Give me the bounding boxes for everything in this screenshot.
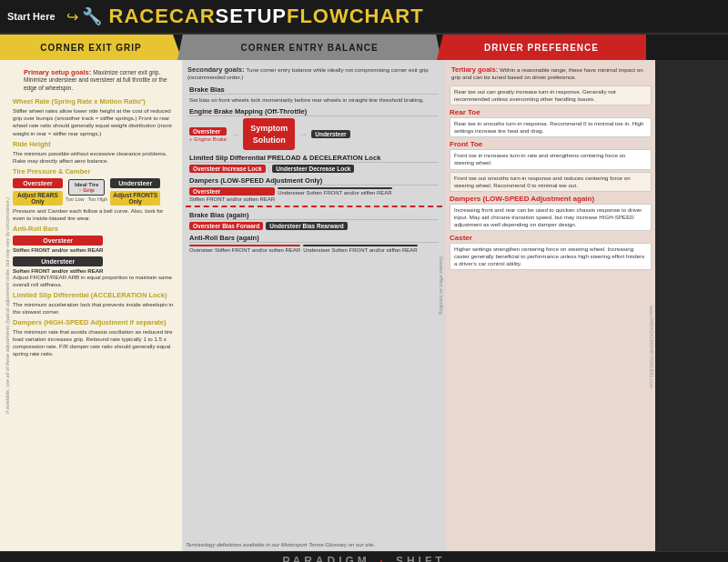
front-toe-note: Front toe out smooths turn-in response a…	[450, 172, 652, 192]
secondary-goals-title: Secondary goals:	[187, 65, 245, 74]
section-headers: CORNER EXIT GRIP CORNER ENTRY BALANCE DR…	[0, 35, 728, 60]
oversteer-brake-fwd: Oversteer Bias Forward	[189, 222, 263, 230]
ride-height-text: The minimum possible without excessive c…	[13, 150, 177, 165]
arb-text: Adjust FRONT/REAR ARB in equal proportio…	[13, 274, 177, 288]
brake-bias-title: Brake Bias	[189, 85, 439, 95]
arb-again-title: Anti-Roll Bars (again)	[189, 234, 439, 243]
footer-brand: PARADIGM · SHIFT DRIVER DEVELOPMENT	[282, 555, 445, 563]
brake-bias-section: Brake Bias Set bias so front wheels lock…	[186, 85, 442, 104]
header-title: RACECARSETUPFLOWCHART	[109, 5, 424, 28]
pressure-camber-text: Pressure and Camber each follow a bell c…	[13, 207, 177, 222]
footer: PARADIGM · SHIFT DRIVER DEVELOPMENT	[0, 551, 728, 562]
rear-toe-note-box: Rear toe out can greatly increase turn-i…	[450, 85, 652, 105]
rear-toe-section: Rear Toe Rear toe in smooths turn-in res…	[450, 108, 652, 137]
caster-section: Caster Higher settings strengthen center…	[450, 234, 652, 270]
arb-again-section: Anti-Roll Bars (again) Oversteer Stiffen…	[186, 234, 442, 253]
secondary-goals-section: Secondary goals: Tune corner entry balan…	[186, 64, 442, 83]
arrow-engine2: →	[298, 129, 308, 139]
primary-goals-section: Primary setup goals: Maximize corner exi…	[13, 65, 177, 95]
adjust-rears-box: Adjust REARS Only	[13, 191, 63, 206]
understeer-lsd: Understeer Decrease Lock	[272, 165, 354, 173]
front-toe-section: Front Toe Front toe in increases turn-in…	[450, 140, 652, 191]
watermark: www.PARADIGMSHIFTRACING.com	[649, 306, 654, 388]
oversteer-arb: Oversteer	[13, 236, 103, 246]
tire-pressure-title: Tire Pressure & Camber	[13, 167, 177, 176]
primary-goals-title: Primary setup goals:	[24, 68, 91, 76]
corner-exit-header: CORNER EXIT GRIP	[0, 35, 182, 60]
dampers-title: Dampers (HIGH-SPEED Adjustment if separa…	[13, 318, 177, 326]
corner-entry-header: CORNER ENTRY BALANCE	[177, 35, 441, 60]
plus-engine-brake: + Engine Brake	[189, 136, 227, 142]
oversteer-lsd: Oversteer Increase Lock	[189, 165, 266, 173]
arrow-icon: ↪	[66, 8, 78, 25]
rear-toe-title: Rear Toe	[450, 108, 652, 116]
lsd-text: The minimum acceleration lock that preve…	[13, 301, 177, 316]
start-here-label: Start Here	[7, 11, 56, 22]
dampers-section: Dampers (HIGH-SPEED Adjustment if separa…	[13, 318, 177, 357]
soften-arb2: Understeer Soften FRONT and/or stiffen R…	[303, 247, 418, 253]
lsd-preload-section: Limited Slip Differential PRELOAD & DECE…	[186, 154, 442, 173]
wheel-rate-section: Wheel Rate (Spring Rate x Motion Ratio²)…	[13, 97, 177, 136]
header: Start Here ↪ 🔧 RACECARSETUPFLOWCHART	[0, 0, 728, 35]
stiffen-front-arb: Stiffen FRONT and/or soften REAR	[13, 247, 103, 253]
dampers-low-section: Dampers (LOW-SPEED Adjustment Only) Over…	[186, 176, 442, 202]
vertical-label-left: If available, use all of these adjustmen…	[5, 197, 10, 414]
oversteer-engine: Oversteer	[189, 127, 227, 135]
middle-side-label: Greater effect on handling.	[439, 256, 444, 316]
understeer-arb2	[303, 245, 418, 246]
right-column: Tertiary goals: Within a reasonable rang…	[446, 60, 655, 551]
understeer-engine: Understeer	[311, 130, 349, 138]
oversteer-box-tire: Oversteer	[13, 178, 63, 188]
tire-pressure-section: Tire Pressure & Camber Oversteer Adjust …	[13, 167, 177, 222]
understeer-arb: Understeer	[13, 256, 103, 266]
caster-title: Caster	[450, 234, 652, 242]
soften-front-arb: Soften FRONT and/or stiffen REAR	[13, 268, 103, 274]
title-setup: SETUP	[216, 5, 287, 27]
adjust-fronts-box: Adjust FRONTS Only	[110, 191, 160, 206]
tertiary-goals-section: Tertiary goals: Within a reasonable rang…	[450, 64, 652, 83]
terminology-section: Terminology definitions available in our…	[186, 541, 442, 547]
brake-bias-text: Set bias so front wheels lock momentaril…	[189, 96, 439, 104]
wheel-rate-text: Stiffer wheel rates allow lower ride hei…	[13, 107, 177, 136]
left-column: If available, use all of these adjustmen…	[0, 60, 182, 551]
dampers-text: The minimum rate that avoids chassis osc…	[13, 328, 177, 357]
understeer-box-tire: Understeer	[110, 178, 160, 188]
footer-top-line: PARADIGM · SHIFT	[282, 555, 445, 563]
title-flowchart: FLOWCHART	[287, 5, 424, 27]
dashed-separator	[186, 206, 442, 207]
middle-column: Secondary goals: Tune corner entry balan…	[182, 60, 446, 551]
oversteer-arb2	[189, 245, 300, 246]
dampers-low-title: Dampers (LOW-SPEED Adjustment Only)	[189, 176, 439, 186]
front-toe-text: Front toe in increases turn-in rate and …	[450, 149, 652, 169]
arb-title: Anti-Roll Bars	[13, 225, 177, 233]
dampers-right-text: Increasing front and rear can be used to…	[450, 204, 652, 231]
stiffen-arb2: Oversteer Stiffen FRONT and/or soften RE…	[189, 247, 300, 253]
ideal-tire-box: Ideal Tire ↑ Grip	[68, 179, 105, 196]
arrow-engine: →	[230, 129, 239, 139]
rear-toe-text: Rear toe in smooths turn-in response. Re…	[450, 117, 652, 137]
brake-bias-again-section: Brake Bias (again) Oversteer Bias Forwar…	[186, 211, 442, 230]
lsd-preload-title: Limited Slip Differential PRELOAD & DECE…	[189, 154, 439, 163]
dampers-right-title: Dampers (LOW-SPEED Adjustment again)	[450, 195, 652, 203]
engine-brake-title: Engine Brake Mapping (Off-Throttle)	[189, 107, 439, 116]
oversteer-dampers: Oversteer	[189, 187, 275, 196]
understeer-dampers	[278, 187, 392, 189]
front-toe-title: Front Toe	[450, 140, 652, 148]
stiffen-front-dampers: Stiffen FRONT and/or soften REAR	[189, 196, 275, 202]
main-container: Start Here ↪ 🔧 RACECARSETUPFLOWCHART COR…	[0, 0, 728, 562]
wheel-rate-title: Wheel Rate (Spring Rate x Motion Ratio²)	[13, 97, 177, 105]
understeer-brake-rear: Understeer Bias Rearward	[266, 222, 347, 230]
arb-section: Anti-Roll Bars Oversteer Stiffen FRONT a…	[13, 225, 177, 288]
ride-height-title: Ride Height	[13, 140, 177, 148]
dampers-right-section: Dampers (LOW-SPEED Adjustment again) Inc…	[450, 195, 652, 231]
symptom-solution-box: Symptom Solution	[243, 118, 295, 150]
title-race: RACE	[109, 5, 169, 27]
lsd-section: Limited Slip Differential (ACCELERATION …	[13, 291, 177, 316]
driver-pref-header: DRIVER PREFERENCE	[437, 35, 646, 60]
soften-front-dampers: Understeer Soften FRONT and/or stiffen R…	[278, 190, 392, 196]
brake-bias-again-title: Brake Bias (again)	[189, 211, 439, 220]
tertiary-goals-title: Tertiary goals:	[451, 65, 498, 74]
title-car: CAR	[169, 5, 216, 27]
content-area: If available, use all of these adjustmen…	[0, 60, 728, 551]
wrench-icon: 🔧	[82, 6, 102, 26]
